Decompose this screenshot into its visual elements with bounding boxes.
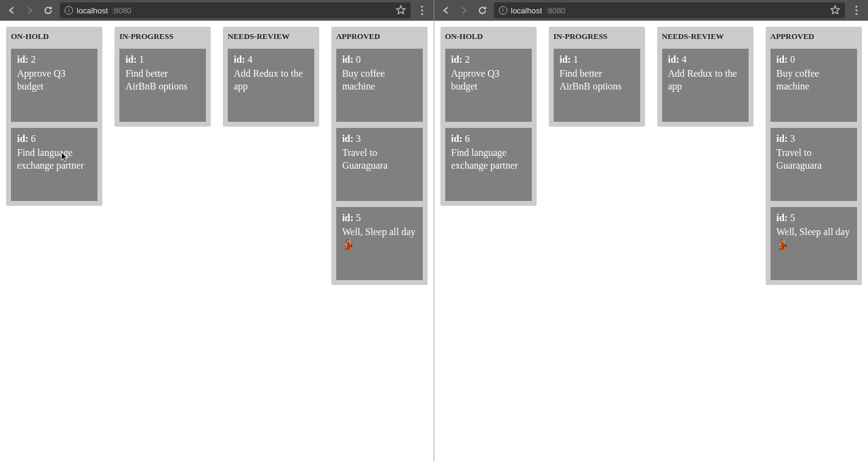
kanban-column[interactable]: NEEDS-REVIEWid: 4Add Redux to the app [223, 27, 319, 127]
kanban-column[interactable]: IN-PROGRESSid: 1Find better AirBnB optio… [115, 27, 211, 127]
bookmark-star-icon[interactable] [830, 5, 840, 16]
kanban-column[interactable]: APPROVEDid: 0Buy coffee machineid: 3Trav… [766, 27, 862, 285]
kanban-card[interactable]: id: 1Find better AirBnB options [119, 49, 206, 122]
kanban-board: ON-HOLDid: 2Approve Q3 budgetid: 6Find l… [440, 27, 863, 285]
kanban-card[interactable]: id: 2Approve Q3 budget [445, 49, 532, 122]
back-button[interactable] [5, 4, 18, 17]
kanban-page: ON-HOLDid: 2Approve Q3 budgetid: 6Find l… [434, 21, 869, 461]
card-id-value: 1 [573, 54, 578, 65]
kanban-column[interactable]: ON-HOLDid: 2Approve Q3 budgetid: 6Find l… [6, 27, 102, 206]
column-title: APPROVED [771, 32, 857, 41]
card-id-value: 0 [356, 54, 361, 65]
column-title: IN-PROGRESS [554, 32, 640, 41]
card-id-value: 4 [682, 54, 686, 65]
card-id-label: id: [560, 54, 571, 65]
card-id-value: 6 [31, 133, 36, 144]
browser-window: ilocalhost:8080ON-HOLDid: 2Approve Q3 bu… [0, 0, 434, 461]
kanban-card[interactable]: id: 2Approve Q3 budget [11, 49, 97, 122]
column-title: ON-HOLD [445, 32, 532, 41]
card-id-value: 2 [31, 54, 36, 65]
card-description: Buy coffee machine [777, 68, 851, 93]
kanban-card[interactable]: id: 0Buy coffee machine [771, 49, 857, 122]
url-port: :8080 [546, 6, 566, 15]
column-title: ON-HOLD [11, 32, 97, 41]
menu-button[interactable] [850, 4, 863, 17]
card-id-label: id: [17, 133, 29, 144]
kanban-card[interactable]: id: 4Add Redux to the app [228, 49, 314, 122]
forward-button[interactable] [23, 4, 37, 17]
column-title: IN-PROGRESS [119, 32, 206, 41]
svg-point-5 [855, 13, 857, 15]
bookmark-star-icon[interactable] [396, 5, 406, 16]
kanban-card[interactable]: id: 3Travel to Guaraguara [336, 128, 423, 201]
card-description: Travel to Guaraguara [342, 147, 417, 172]
card-id-label: id: [777, 133, 788, 144]
reload-button[interactable] [476, 4, 489, 17]
site-info-icon[interactable]: i [499, 6, 507, 15]
card-id-label: id: [342, 213, 354, 223]
card-description: Find better AirBnB options [125, 68, 200, 93]
card-id-value: 0 [790, 54, 795, 65]
kanban-card[interactable]: id: 6Find language exchange partner [445, 128, 532, 201]
card-description: Well, Sleep all day 💃 [342, 226, 417, 252]
card-description: Approve Q3 budget [451, 68, 526, 93]
kanban-card[interactable]: id: 5Well, Sleep all day 💃 [336, 207, 423, 280]
column-title: APPROVED [336, 32, 423, 41]
kanban-column[interactable]: ON-HOLDid: 2Approve Q3 budgetid: 6Find l… [440, 27, 537, 206]
card-id-label: id: [125, 54, 137, 65]
kanban-board: ON-HOLDid: 2Approve Q3 budgetid: 6Find l… [6, 27, 428, 285]
column-title: NEEDS-REVIEW [228, 32, 314, 41]
card-id-label: id: [342, 54, 354, 65]
card-id-label: id: [451, 133, 463, 144]
card-description: Buy coffee machine [342, 68, 417, 93]
card-id-value: 5 [356, 213, 361, 223]
card-description: Travel to Guaraguara [777, 147, 851, 172]
address-bar[interactable]: ilocalhost:8080 [60, 2, 411, 18]
svg-point-4 [855, 9, 857, 11]
site-info-icon[interactable]: i [65, 6, 73, 15]
card-id-value: 6 [465, 133, 470, 144]
kanban-card[interactable]: id: 5Well, Sleep all day 💃 [771, 207, 857, 280]
card-id-value: 4 [247, 54, 252, 65]
column-title: NEEDS-REVIEW [662, 32, 749, 41]
kanban-card[interactable]: id: 3Travel to Guaraguara [771, 128, 857, 201]
svg-point-2 [421, 13, 423, 15]
card-description: Add Redux to the app [668, 68, 743, 93]
card-description: Find language exchange partner [451, 147, 526, 172]
kanban-card[interactable]: id: 6Find language exchange partner [11, 128, 97, 201]
card-id-label: id: [777, 213, 788, 223]
browser-toolbar: ilocalhost:8080 [434, 0, 869, 21]
card-id-label: id: [451, 54, 463, 65]
url-port: :8080 [111, 6, 132, 15]
svg-point-1 [421, 9, 423, 11]
kanban-card[interactable]: id: 0Buy coffee machine [336, 49, 423, 122]
svg-point-3 [855, 5, 857, 7]
menu-button[interactable] [415, 4, 429, 17]
browser-window: ilocalhost:8080ON-HOLDid: 2Approve Q3 bu… [434, 0, 869, 461]
card-description: Find language exchange partner [17, 147, 91, 172]
kanban-column[interactable]: NEEDS-REVIEWid: 4Add Redux to the app [657, 27, 753, 127]
card-id-value: 3 [790, 133, 795, 144]
svg-point-0 [421, 5, 423, 7]
kanban-page: ON-HOLDid: 2Approve Q3 budgetid: 6Find l… [0, 21, 434, 461]
card-id-value: 5 [790, 213, 795, 223]
card-id-label: id: [234, 54, 245, 65]
card-id-value: 1 [139, 54, 144, 65]
card-id-label: id: [17, 54, 29, 65]
url-host: localhost [77, 6, 108, 15]
card-description: Add Redux to the app [234, 68, 308, 93]
kanban-column[interactable]: IN-PROGRESSid: 1Find better AirBnB optio… [549, 27, 645, 127]
kanban-card[interactable]: id: 4Add Redux to the app [662, 49, 749, 122]
kanban-card[interactable]: id: 1Find better AirBnB options [554, 49, 640, 122]
address-bar[interactable]: ilocalhost:8080 [494, 2, 845, 18]
card-id-label: id: [342, 133, 354, 144]
url-host: localhost [511, 6, 542, 15]
forward-button[interactable] [457, 4, 471, 17]
back-button[interactable] [439, 4, 453, 17]
card-id-label: id: [668, 54, 680, 65]
reload-button[interactable] [41, 4, 55, 17]
kanban-column[interactable]: APPROVEDid: 0Buy coffee machineid: 3Trav… [331, 27, 428, 285]
card-description: Approve Q3 budget [17, 68, 91, 93]
card-id-value: 2 [465, 54, 470, 65]
card-description: Well, Sleep all day 💃 [777, 226, 851, 252]
